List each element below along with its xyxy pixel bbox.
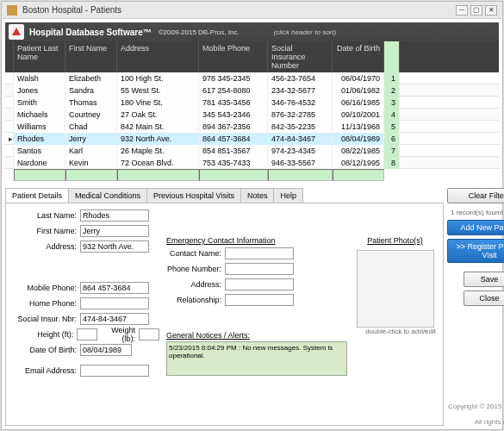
ssi-label: Social Insur. Nbr: [13,315,80,323]
emerg-rel-label: Relationship: [166,296,225,304]
last-name-label: Last Name: [13,211,80,220]
sort-hint: (click header to sort) [274,28,336,36]
emerg-addr-label: Address: [166,280,225,289]
table-row[interactable]: ▸RhodesJerry932 North Ave.864 457-368447… [5,133,499,145]
table-row[interactable]: WalshElizabeth100 High St.978 345-234545… [5,72,499,84]
first-name-input[interactable] [80,225,149,237]
table-row[interactable]: JonesSandra55 West St.617 254-8080234-32… [5,84,499,97]
tab-medical-conditions[interactable]: Medical Conditions [68,188,147,203]
email-input[interactable] [80,365,149,377]
photo-title: Patient Photo(s) [367,236,423,245]
tab-help[interactable]: Help [273,188,303,203]
tab-patient-details-body: Last Name: First Name: Address: Mobile P… [5,203,444,426]
height-input[interactable] [77,328,97,340]
dob-input[interactable] [80,344,132,356]
detail-tabs: Patient DetailsMedical ConditionsPreviou… [5,188,444,203]
copyright: Copyright © 2015 DB-Pros, Inc. All right… [447,403,504,426]
height-label: Height (ft): [13,330,77,339]
col-last-name[interactable]: Patient Last Name [14,41,65,72]
home-label: Home Phone: [13,299,80,308]
action-sidebar: Clear Filters 1 record(s) found. Add New… [447,188,504,426]
dob-label: Date Of Birth: [13,346,80,354]
address-input[interactable] [80,240,149,253]
table-row[interactable]: MichaelsCourtney27 Oak St.345 543-234687… [5,109,499,121]
add-patient-button[interactable]: Add New Patient [447,220,504,235]
col-address[interactable]: Address [117,41,199,72]
first-name-label: First Name: [13,227,80,235]
table-row[interactable]: SantosKarl26 Maple St.854 851-3567974-23… [5,145,499,157]
weight-input[interactable] [139,328,159,340]
app-icon [7,5,17,16]
email-label: Email Address: [13,366,80,375]
minimize-button[interactable]: ─ [456,5,468,16]
emerg-contact-input[interactable] [225,247,294,259]
notices-box: 5/23/2015 8:04:29 PM : No new messages. … [166,341,347,376]
emerg-rel-input[interactable] [225,294,294,306]
table-row[interactable]: NardoneKevin72 Ocean Blvd.753 435-743394… [5,157,499,169]
patient-photo[interactable] [357,250,434,328]
home-input[interactable] [80,297,149,309]
table-row[interactable]: SmithThomas180 Vine St.781 435-3456346-7… [5,97,499,109]
table-row[interactable]: WilliamsChad842 Main St.894 367-2356842-… [5,121,499,133]
col-ssi[interactable]: Social Insurance Number [268,41,333,72]
window-title: Boston Hospital - Patients [22,5,121,15]
close-button[interactable]: Close [464,290,504,306]
close-window-button[interactable]: ✕ [485,5,497,16]
grid-header: Hospital Database Software™ ©2009-2015 D… [5,22,499,72]
product-copyright: ©2009-2015 DB-Pros, Inc. [159,28,240,36]
col-mobile[interactable]: Mobile Phone [199,41,268,72]
product-title: Hospital Database Software™ [29,28,152,37]
records-found: 1 record(s) found. [451,209,504,216]
tab-previous-hospital-visits[interactable]: Previous Hospital Visits [146,188,241,203]
emergency-title: Emergency Contact Information [166,236,347,245]
titlebar: Boston Hospital - Patients ─ ▢ ✕ [2,2,502,19]
col-first-name[interactable]: First Name [65,41,117,72]
ssi-input[interactable] [80,313,149,325]
weight-label: Weight (lb): [97,326,139,343]
patient-grid[interactable]: WalshElizabeth100 High St.978 345-234545… [5,72,499,169]
emerg-contact-label: Contact Name: [166,249,225,258]
register-visit-button[interactable]: >> Register Patient Visit [447,239,504,263]
emerg-addr-input[interactable] [225,278,294,290]
tab-patient-details[interactable]: Patient Details [5,188,69,203]
product-logo-icon [9,24,24,40]
mobile-label: Mobile Phone: [13,284,80,292]
last-name-input[interactable] [80,209,149,222]
mobile-input[interactable] [80,282,149,294]
tab-notes[interactable]: Notes [240,188,275,203]
photo-hint: double-click to add/edit [354,328,436,335]
grid-filter-row[interactable] [5,169,499,181]
column-headers[interactable]: Patient Last Name First Name Address Mob… [5,41,499,72]
maximize-button[interactable]: ▢ [470,5,482,16]
notices-title: General Notices / Alerts: [166,331,347,340]
save-button[interactable]: Save [464,272,504,287]
clear-filters-button[interactable]: Clear Filters [447,188,504,203]
address-label: Address: [13,242,80,251]
app-window: Boston Hospital - Patients ─ ▢ ✕ Hospita… [1,1,503,430]
emerg-phone-input[interactable] [225,263,294,275]
emerg-phone-label: Phone Number: [166,265,225,273]
col-dob[interactable]: Date of Birth [333,41,384,72]
